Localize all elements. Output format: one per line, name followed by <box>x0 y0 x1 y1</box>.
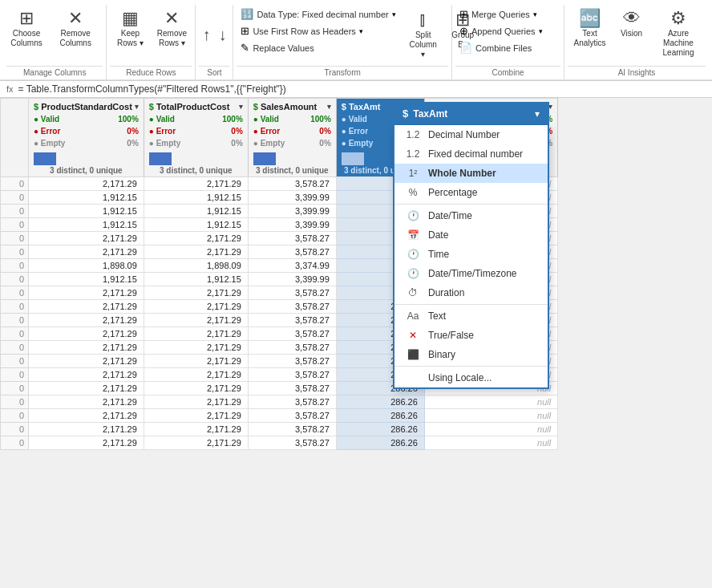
sort-descending-button[interactable]: ↓ <box>215 24 229 46</box>
azure-ml-label: AzureMachine Learning <box>656 29 701 58</box>
total-product-cost-stats: ● Valid100% ● Error0% ● Empty0% <box>149 113 243 149</box>
dropdown-item-using-locale[interactable]: Using Locale... <box>394 368 548 387</box>
total-product-cost-header[interactable]: $ TotalProductCost ▾ ● Valid100% ● Error… <box>144 99 248 177</box>
vision-button[interactable]: 👁 Vision <box>613 5 649 42</box>
dropdown-item-duration[interactable]: ⏱ Duration <box>394 283 548 302</box>
sales-amount-cell: 3,399.99 <box>248 191 336 205</box>
total-product-cost-distinct: 3 distinct, 0 unique <box>149 166 243 175</box>
tax-amt-name: TaxAmt <box>349 102 381 112</box>
total-product-cost-cell: 2,171.29 <box>144 232 248 245</box>
dropdown-header: $ TaxAmt ▾ <box>393 102 549 125</box>
dropdown-item-binary[interactable]: ⬛ Binary <box>394 345 548 364</box>
data-type-button[interactable]: 🔢 Data Type: Fixed decimal number ▾ <box>237 6 399 22</box>
table-row: 02,171.292,171.293,578.27286.26null <box>1 395 558 409</box>
total-product-cost-cell: 2,171.29 <box>144 423 248 436</box>
dropdown-item-text[interactable]: Aa Text <box>394 306 548 326</box>
dropdown-item-date[interactable]: 📅 Date <box>394 225 548 245</box>
product-standard-cost-cell: 1,912.15 <box>29 191 144 205</box>
tax-amt-type-icon: $ <box>342 102 346 112</box>
dropdown-item-decimal-number[interactable]: 1.2 Decimal Number <box>394 125 548 144</box>
first-row-header-label: Use First Row as Headers <box>253 26 355 36</box>
sales-amount-cell: 3,578.27 <box>248 314 336 327</box>
dropdown-item-datetime[interactable]: 🕐 Date/Time <box>394 206 548 225</box>
total-product-cost-dropdown[interactable]: ▾ <box>239 103 243 111</box>
table-row: 02,171.292,171.293,578.27286.26null <box>1 436 558 450</box>
sales-amount-cell: 3,578.27 <box>248 341 336 355</box>
sales-amount-cell: 3,399.99 <box>248 218 336 232</box>
total-product-cost-cell: 1,912.15 <box>144 218 248 232</box>
whole-number-icon: 1² <box>404 168 422 179</box>
sales-amount-type-icon: $ <box>253 102 258 112</box>
sales-amount-name: SalesAmount <box>261 102 317 112</box>
product-standard-cost-cell: 2,171.29 <box>29 232 144 245</box>
product-standard-cost-dropdown[interactable]: ▾ <box>135 103 139 111</box>
data-grid-container: $ ProductStandardCost ▾ ● Valid100% ● Er… <box>0 98 712 450</box>
text-analytics-button[interactable]: 🔤 TextAnalytics <box>568 5 612 51</box>
choose-columns-label: ChooseColumns <box>10 29 42 48</box>
percentage-label: Percentage <box>428 187 477 198</box>
total-product-cost-cell: 1,912.15 <box>144 191 248 205</box>
sales-amount-cell: 3,578.27 <box>248 300 336 314</box>
azure-ml-button[interactable]: ⚙ AzureMachine Learning <box>651 5 706 61</box>
row-index: 0 <box>1 191 29 205</box>
dropdown-item-whole-number[interactable]: 1² Whole Number <box>394 164 548 183</box>
product-standard-cost-cell: 2,171.29 <box>29 382 144 395</box>
product-standard-cost-cell: 1,898.09 <box>29 259 144 273</box>
dropdown-arrow[interactable]: ▾ <box>535 108 540 120</box>
dropdown-item-percentage[interactable]: % Percentage <box>394 183 548 202</box>
vision-label: Vision <box>621 29 642 39</box>
sales-amount-cell: 3,578.27 <box>248 436 336 450</box>
sales-amount-dropdown[interactable]: ▾ <box>327 103 331 111</box>
ai-insights-group-label: AI Insights <box>568 66 706 79</box>
split-column-button[interactable]: ⫿ SplitColumn ▾ <box>403 6 443 63</box>
product-standard-cost-header[interactable]: $ ProductStandardCost ▾ ● Valid100% ● Er… <box>29 99 144 177</box>
text-icon: Aa <box>404 310 422 322</box>
replace-values-button[interactable]: ✎ Replace Values <box>237 40 399 55</box>
total-product-cost-cell: 2,171.29 <box>144 314 248 327</box>
dropdown-item-fixed-decimal[interactable]: 1.2 Fixed decimal number <box>394 144 548 164</box>
sales-amount-cell: 3,578.27 <box>248 382 336 395</box>
sales-amount-cell: 3,578.27 <box>248 368 336 382</box>
dropdown-item-true-false[interactable]: ✕ True/False <box>394 326 548 345</box>
combine-files-button[interactable]: 📄 Combine Files <box>455 40 560 55</box>
datetime-tz-icon: 🕐 <box>404 268 422 279</box>
dropdown-item-datetime-tz[interactable]: 🕐 Date/Time/Timezone <box>394 264 548 283</box>
product-standard-cost-cell: 2,171.29 <box>29 436 144 450</box>
product-standard-cost-cell: 2,171.29 <box>29 341 144 355</box>
sales-amount-distinct: 3 distinct, 0 unique <box>253 166 331 175</box>
carrier-tracking-cell: null <box>424 395 557 409</box>
first-row-header-button[interactable]: ⊞ Use First Row as Headers ▾ <box>237 23 399 39</box>
append-queries-button[interactable]: ⊕ Append Queries ▾ <box>455 23 560 39</box>
table-row: 02,171.292,171.293,578.27286.26null <box>1 409 558 423</box>
total-product-cost-cell: 1,912.15 <box>144 205 248 218</box>
index-column-header <box>1 99 29 177</box>
carrier-tracking-cell: null <box>424 409 557 423</box>
sales-amount-header[interactable]: $ SalesAmount ▾ ● Valid100% ● Error0% ● … <box>248 99 336 177</box>
sales-amount-cell: 3,578.27 <box>248 177 336 191</box>
product-standard-cost-cell: 2,171.29 <box>29 327 144 341</box>
remove-columns-label: Remove Columns <box>51 29 99 48</box>
formula-bar: fx = Table.TransformColumnTypes(#"Filter… <box>0 81 712 98</box>
sales-amount-cell: 3,578.27 <box>248 423 336 436</box>
remove-rows-button[interactable]: ✕ RemoveRows ▾ <box>152 5 192 51</box>
dropdown-item-time[interactable]: 🕐 Time <box>394 245 548 264</box>
total-product-cost-type-icon: $ <box>149 102 154 112</box>
table-row: 02,171.292,171.293,578.27286.26null <box>1 423 558 436</box>
merge-queries-button[interactable]: ⊞ Merge Queries ▾ <box>455 6 560 22</box>
row-index: 0 <box>1 286 29 300</box>
data-grid[interactable]: $ ProductStandardCost ▾ ● Valid100% ● Er… <box>0 98 712 450</box>
date-label: Date <box>428 229 448 241</box>
choose-columns-button[interactable]: ⊞ ChooseColumns <box>6 5 47 51</box>
manage-columns-group-label: Manage Columns <box>6 66 103 79</box>
true-false-label: True/False <box>428 330 474 341</box>
keep-rows-label: KeepRows ▾ <box>117 29 144 48</box>
sales-amount-stats: ● Valid100% ● Error0% ● Empty0% <box>253 113 331 149</box>
sort-ascending-button[interactable]: ↑ <box>199 24 213 46</box>
row-index: 0 <box>1 245 29 259</box>
dropdown-divider1 <box>394 204 548 205</box>
keep-rows-button[interactable]: ▦ KeepRows ▾ <box>110 5 150 51</box>
transform-section: 🔢 Data Type: Fixed decimal number ▾ ⊞ Us… <box>233 5 452 79</box>
remove-columns-button[interactable]: ✕ Remove Columns <box>48 5 103 51</box>
sales-amount-cell: 3,578.27 <box>248 286 336 300</box>
total-product-cost-cell: 2,171.29 <box>144 341 248 355</box>
